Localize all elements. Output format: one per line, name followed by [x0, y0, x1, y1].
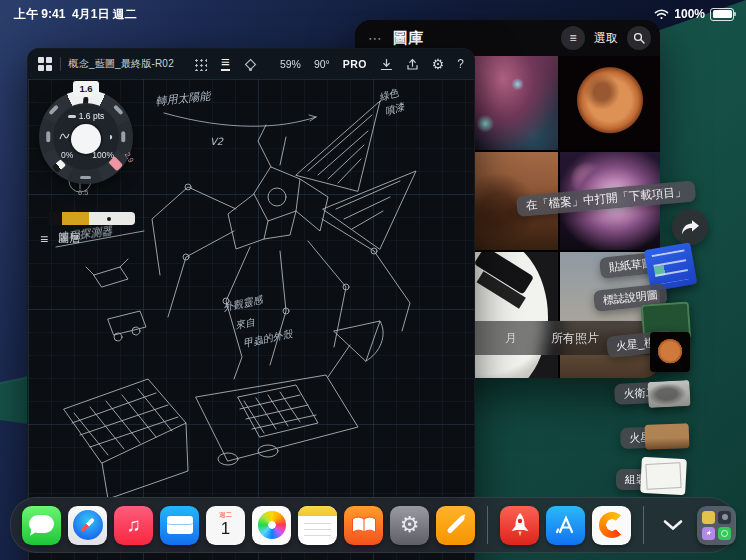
slider-light-segment[interactable]: [89, 212, 135, 225]
help-button[interactable]: ?: [457, 57, 464, 71]
dot-grid-icon[interactable]: [194, 58, 207, 71]
photo-mars-globe[interactable]: [560, 56, 660, 150]
annotation-version: V2: [210, 136, 224, 147]
battery-percent: 100%: [674, 7, 705, 21]
annotation-shell-1: 外觀靈感: [222, 293, 265, 312]
annotation-solar: 轉用太陽能: [155, 89, 213, 108]
tool-wheel-hub[interactable]: 1.6 pts ◑ 0% 100%: [52, 103, 120, 171]
window-controls-icon[interactable]: ⋯: [368, 30, 383, 46]
opacity-value: 100%: [92, 150, 114, 160]
wifi-icon: [654, 9, 669, 20]
annotation-shell-2: 來自: [234, 316, 256, 331]
speech-bubble-icon: [29, 515, 54, 533]
dock-divider: [643, 506, 644, 544]
battery-icon: [710, 8, 734, 21]
annotation-paint-1: 綠色: [377, 87, 401, 104]
pro-button[interactable]: PRO: [343, 58, 367, 70]
drag-thumb-mars-model[interactable]: [650, 332, 690, 372]
filter-icon[interactable]: ≡: [561, 26, 585, 50]
envelope-icon: [167, 516, 193, 534]
notes-app-icon[interactable]: [298, 506, 337, 545]
rocket-app-icon[interactable]: [500, 506, 539, 545]
app-grid-icon[interactable]: [38, 57, 52, 71]
date: 4月1日 週二: [72, 7, 137, 21]
app-store-app-icon[interactable]: [546, 506, 585, 545]
select-button[interactable]: 選取: [594, 30, 618, 47]
chevron-down-icon[interactable]: [658, 519, 688, 531]
pen-icon: [446, 514, 465, 533]
clock: 上午 9:41: [14, 7, 65, 21]
notes-line: [304, 523, 331, 525]
share-forward-icon[interactable]: [672, 209, 708, 245]
drag-thumb-deimos[interactable]: [647, 380, 690, 408]
appstore-a-icon: [554, 514, 578, 536]
concepts-c-icon: [599, 512, 625, 538]
export-icon[interactable]: [406, 58, 419, 71]
safari-app-icon[interactable]: [68, 506, 107, 545]
gear-icon[interactable]: ⚙: [432, 57, 445, 71]
tab-month[interactable]: 月: [505, 330, 517, 347]
app-library-tile: [702, 511, 715, 524]
mail-app-icon[interactable]: [160, 506, 199, 545]
drag-thumb-assembly-sketch[interactable]: [640, 457, 687, 495]
search-icon[interactable]: [627, 26, 651, 50]
flower-icon: [258, 511, 286, 539]
status-bar: 上午 9:41 4月1日 週二 100%: [0, 0, 746, 26]
opacity-icon[interactable]: ◑: [107, 132, 113, 142]
layers-button[interactable]: ≡ 圖層: [40, 231, 80, 246]
slider-handle-dot[interactable]: [107, 217, 111, 221]
layers-label: 圖層: [58, 231, 80, 246]
app-library-tile: [718, 527, 731, 540]
document-title: 概念_藍圖_最終版-R02: [69, 57, 174, 71]
toolbar-divider: [60, 57, 61, 71]
tab-all-photos[interactable]: 所有照片: [551, 330, 599, 347]
rocket-icon: [508, 512, 532, 538]
marker-tool-icon[interactable]: [80, 176, 91, 180]
open-book-icon: [351, 515, 377, 535]
notes-band: [298, 506, 337, 516]
app-library-tile: ★: [702, 527, 715, 540]
annotation-shell-3: 甲蟲的外殼: [242, 328, 294, 349]
stroke-slider[interactable]: [49, 212, 135, 225]
zoom-level[interactable]: 59%: [280, 58, 301, 70]
gallery-title: 圖庫: [393, 29, 423, 48]
dock-divider: [487, 506, 488, 544]
app-library-tile: [718, 511, 731, 524]
line-tool-icon[interactable]: [47, 131, 51, 142]
list-icon[interactable]: ≡: [221, 57, 230, 71]
notes-line: [304, 535, 331, 537]
annotation-paint-2: 噴漆: [384, 101, 407, 117]
lasso-icon[interactable]: [244, 58, 257, 71]
app-library-icon[interactable]: ★: [697, 506, 736, 545]
calendar-app-icon[interactable]: 週二 1: [206, 506, 245, 545]
status-right: 100%: [654, 7, 734, 21]
smoothing-icon[interactable]: [59, 132, 70, 143]
concepts-app-icon[interactable]: [592, 506, 631, 545]
books-app-icon[interactable]: [344, 506, 383, 545]
concepts-window: 概念_藍圖_最終版-R02 ≡ 59% 90° PRO ⚙ ?: [27, 48, 475, 560]
pages-app-icon[interactable]: [436, 506, 475, 545]
photos-app-icon[interactable]: [252, 506, 291, 545]
marker-size-label: 6.5: [78, 188, 88, 197]
rotation-value[interactable]: 90°: [314, 58, 330, 70]
settings-app-icon[interactable]: ⚙: [390, 506, 429, 545]
dock: ♫ 週二 1 ⚙ ★: [10, 497, 736, 553]
tool-wheel[interactable]: 2.9 1.6 pts ◑ 0% 100%: [39, 90, 133, 184]
brush-size-badge: 1.6: [73, 81, 99, 96]
slider-yellow-segment[interactable]: [62, 212, 89, 225]
notes-line: [304, 529, 331, 531]
concepts-toolbar: 概念_藍圖_最終版-R02 ≡ 59% 90° PRO ⚙ ?: [28, 49, 474, 80]
music-app-icon[interactable]: ♫: [114, 506, 153, 545]
slider-dark-segment[interactable]: [49, 212, 62, 225]
drawing-canvas[interactable]: 轉用太陽能 綠色 噴漆 V2 遠程探測器 外觀靈感 來自 甲蟲的外殼 1.6: [28, 79, 474, 560]
smoothing-value: 0%: [61, 150, 73, 160]
layers-icon: ≡: [40, 232, 48, 246]
calendar-day: 1: [206, 520, 245, 539]
messages-app-icon[interactable]: [22, 506, 61, 545]
drag-thumb-mars-photo[interactable]: [645, 423, 690, 450]
status-left: 上午 9:41 4月1日 週二: [14, 6, 137, 23]
fixed-width-pen-icon[interactable]: [122, 131, 126, 142]
import-icon[interactable]: [380, 58, 393, 71]
stroke-size-label: 1.6 pts: [52, 111, 120, 121]
